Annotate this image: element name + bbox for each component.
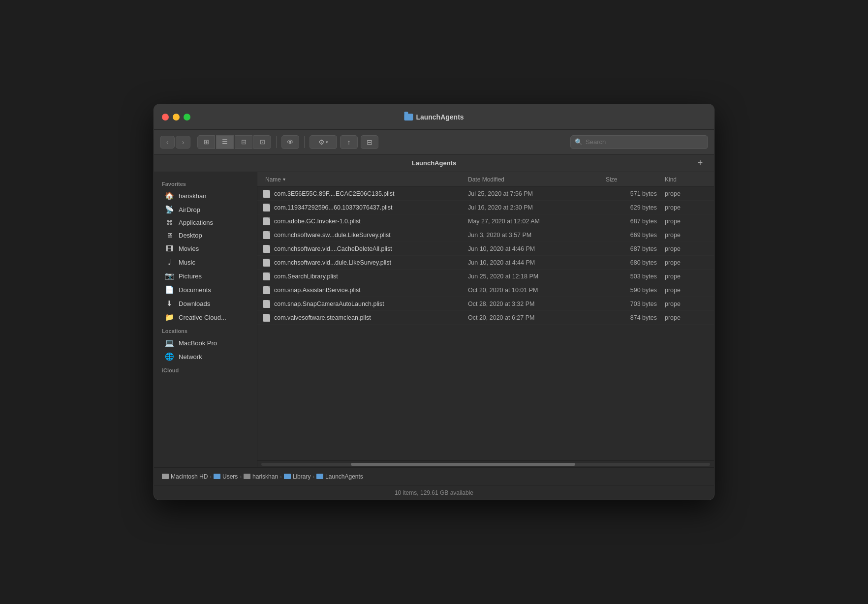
file-doc-icon bbox=[263, 300, 270, 308]
sidebar-item-desktop[interactable]: 🖥 Desktop bbox=[157, 229, 254, 242]
file-size: 703 bytes bbox=[602, 301, 661, 307]
table-row[interactable]: com.snap.AssistantService.plist Oct 20, … bbox=[257, 283, 714, 297]
file-header: Name ▾ Date Modified Size Kind bbox=[257, 172, 714, 187]
table-row[interactable]: com.3E56E55C.89F....ECAC2E06C135.plist J… bbox=[257, 187, 714, 201]
breadcrumb-hd-label: Macintosh HD bbox=[171, 473, 208, 480]
breadcrumb-launchagents[interactable]: LaunchAgents bbox=[316, 473, 363, 480]
breadcrumb-users-label: Users bbox=[222, 473, 238, 480]
table-row[interactable]: com.SearchLibrary.plist Jun 25, 2020 at … bbox=[257, 270, 714, 283]
file-doc-icon bbox=[263, 259, 270, 267]
table-row[interactable]: com.valvesoftware.steamclean.plist Oct 2… bbox=[257, 311, 714, 325]
back-button[interactable]: ‹ bbox=[160, 136, 175, 149]
table-row[interactable]: com.adobe.GC.Invoker-1.0.plist May 27, 2… bbox=[257, 214, 714, 228]
sidebar-item-pictures[interactable]: 📷 Pictures bbox=[157, 269, 254, 283]
titlebar: LaunchAgents bbox=[154, 104, 714, 130]
sidebar: Favorites 🏠 hariskhan 📡 AirDrop ⌘ Applic… bbox=[154, 172, 257, 467]
table-row[interactable]: com.nchsoftware.vid....CacheDeleteAll.pl… bbox=[257, 242, 714, 256]
column-view-button[interactable]: ⊟ bbox=[235, 135, 252, 149]
scroll-thumb[interactable] bbox=[351, 463, 575, 466]
airdrop-icon: 📡 bbox=[165, 205, 174, 214]
sidebar-item-downloads[interactable]: ⬇ Downloads bbox=[157, 297, 254, 310]
name-column-header[interactable]: Name ▾ bbox=[261, 172, 464, 186]
table-row[interactable]: com.119347292596...60.10373076437.plist … bbox=[257, 201, 714, 214]
breadcrumb-bar: Macintosh HD › Users › hariskhan › Libra… bbox=[154, 467, 714, 485]
breadcrumb-macintosh-hd[interactable]: Macintosh HD bbox=[162, 473, 208, 480]
arrange-button[interactable]: ⚙ ▾ bbox=[310, 135, 337, 149]
sidebar-item-label-network: Network bbox=[179, 353, 202, 361]
sidebar-item-label-hariskhan: hariskhan bbox=[179, 192, 206, 200]
sidebar-item-hariskhan[interactable]: 🏠 hariskhan bbox=[157, 189, 254, 203]
scroll-track bbox=[261, 463, 710, 466]
delete-icon: ⊟ bbox=[367, 138, 372, 146]
breadcrumb-sep-2: › bbox=[240, 474, 242, 480]
file-name: com.snap.AssistantService.plist bbox=[261, 286, 464, 294]
file-kind: prope bbox=[661, 204, 710, 211]
breadcrumb-sep-1: › bbox=[210, 474, 212, 480]
file-name: com.snap.SnapCameraAutoLaunch.plist bbox=[261, 300, 464, 308]
name-col-label: Name bbox=[265, 176, 281, 183]
gallery-view-button[interactable]: ⊡ bbox=[253, 135, 271, 149]
date-col-label: Date Modified bbox=[468, 176, 504, 183]
sidebar-item-movies[interactable]: 🎞 Movies bbox=[157, 242, 254, 255]
icon-view-button[interactable]: ⊞ bbox=[197, 135, 215, 149]
file-size: 687 bytes bbox=[602, 218, 661, 225]
delete-button[interactable]: ⊟ bbox=[361, 135, 378, 149]
search-input[interactable] bbox=[586, 138, 704, 146]
sidebar-item-applications[interactable]: ⌘ Applications bbox=[157, 216, 254, 229]
file-date: Oct 20, 2020 at 6:27 PM bbox=[464, 314, 602, 321]
table-row[interactable]: com.nchsoftware.vid...dule.LikeSurvey.pl… bbox=[257, 256, 714, 270]
toolbar: ‹ › ⊞ ☰ ⊟ ⊡ 👁 ⚙ ▾ bbox=[154, 130, 714, 154]
list-view-button[interactable]: ☰ bbox=[216, 135, 234, 149]
date-column-header[interactable]: Date Modified bbox=[464, 172, 602, 186]
table-row[interactable]: com.nchsoftware.sw...dule.LikeSurvey.pli… bbox=[257, 228, 714, 242]
breadcrumb-library[interactable]: Library bbox=[284, 473, 311, 480]
maximize-button[interactable] bbox=[184, 114, 190, 121]
file-date: Jun 10, 2020 at 4:46 PM bbox=[464, 245, 602, 252]
sidebar-item-macbook-pro[interactable]: 💻 MacBook Pro bbox=[157, 336, 254, 350]
file-kind: prope bbox=[661, 218, 710, 225]
file-kind: prope bbox=[661, 259, 710, 266]
finder-window: LaunchAgents ‹ › ⊞ ☰ ⊟ ⊡ bbox=[154, 104, 714, 500]
search-icon: 🔍 bbox=[575, 138, 583, 146]
sidebar-item-airdrop[interactable]: 📡 AirDrop bbox=[157, 203, 254, 216]
forward-button[interactable]: › bbox=[176, 136, 190, 149]
kind-column-header[interactable]: Kind bbox=[661, 172, 710, 186]
hd-icon bbox=[162, 474, 169, 479]
file-doc-icon bbox=[263, 217, 270, 225]
sort-arrow-icon: ▾ bbox=[283, 177, 285, 182]
sidebar-item-documents[interactable]: 📄 Documents bbox=[157, 283, 254, 297]
window-title: LaunchAgents bbox=[416, 113, 464, 121]
share-button[interactable]: ↑ bbox=[340, 135, 358, 149]
breadcrumb-users[interactable]: Users bbox=[214, 473, 238, 480]
file-kind: prope bbox=[661, 245, 710, 252]
size-column-header[interactable]: Size bbox=[602, 172, 661, 186]
file-size: 687 bytes bbox=[602, 245, 661, 252]
breadcrumb-sep-3: › bbox=[280, 474, 282, 480]
documents-icon: 📄 bbox=[165, 285, 174, 294]
search-box[interactable]: 🔍 bbox=[570, 135, 708, 149]
breadcrumb-hariskhan[interactable]: hariskhan bbox=[244, 473, 278, 480]
table-row[interactable]: com.snap.SnapCameraAutoLaunch.plist Oct … bbox=[257, 297, 714, 311]
sidebar-item-music[interactable]: ♩ Music bbox=[157, 255, 254, 269]
add-folder-button[interactable]: + bbox=[694, 157, 706, 169]
icon-view-icon: ⊞ bbox=[204, 138, 209, 146]
share-icon: ↑ bbox=[347, 138, 351, 146]
close-button[interactable] bbox=[162, 114, 169, 121]
sidebar-item-network[interactable]: 🌐 Network bbox=[157, 350, 254, 363]
file-doc-icon bbox=[263, 272, 270, 280]
minimize-button[interactable] bbox=[173, 114, 180, 121]
sidebar-item-creative-cloud[interactable]: 📁 Creative Cloud... bbox=[157, 310, 254, 324]
eye-icon: 👁 bbox=[287, 138, 294, 146]
preview-button[interactable]: 👁 bbox=[281, 135, 299, 149]
file-name: com.3E56E55C.89F....ECAC2E06C135.plist bbox=[261, 190, 464, 198]
horizontal-scrollbar[interactable] bbox=[257, 460, 714, 467]
traffic-lights bbox=[162, 114, 190, 121]
file-name: com.nchsoftware.vid....CacheDeleteAll.pl… bbox=[261, 245, 464, 253]
file-size: 680 bytes bbox=[602, 259, 661, 266]
home-icon: 🏠 bbox=[165, 191, 174, 200]
macbook-icon: 💻 bbox=[165, 338, 174, 347]
movies-icon: 🎞 bbox=[165, 244, 174, 253]
file-date: Jul 25, 2020 at 7:56 PM bbox=[464, 190, 602, 197]
breadcrumb-library-label: Library bbox=[293, 473, 311, 480]
user-icon bbox=[244, 474, 250, 479]
